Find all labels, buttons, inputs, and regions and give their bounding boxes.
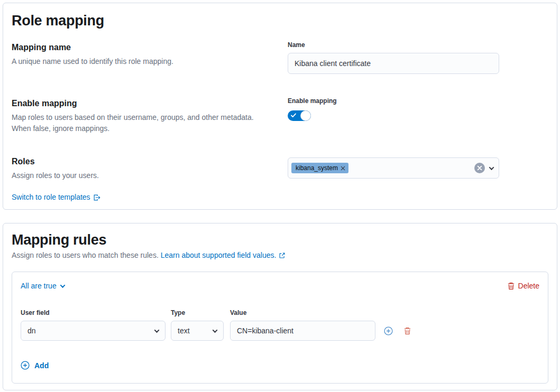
rule-row: User field dn Type text Value [21,309,539,341]
roles-combobox-controls [474,163,493,173]
mapping-name-row: Mapping name A unique name used to ident… [12,41,548,74]
user-field-label: User field [21,309,166,317]
value-field-label: Value [230,309,375,317]
external-link-icon [279,252,286,259]
condition-label: All are true [21,282,57,290]
condition-dropdown[interactable]: All are true [21,282,65,290]
value-input[interactable] [230,321,375,341]
plus-in-circle-icon [21,361,30,370]
rule-group-box: All are true Delete User field dn [12,272,548,384]
delete-group-label: Delete [518,282,539,290]
user-field-block: User field dn [21,309,166,341]
type-select[interactable]: text [171,321,224,341]
delete-group-button[interactable]: Delete [507,282,539,290]
rule-group-header: All are true Delete [21,279,539,292]
check-icon [291,113,296,118]
add-rule-label: Add [34,361,49,370]
enable-mapping-description-col: Enable mapping Map roles to users based … [12,97,288,134]
enable-mapping-row: Enable mapping Map roles to users based … [12,97,548,134]
role-mapping-title: Role mapping [12,12,548,30]
user-field-value: dn [27,326,36,335]
switch-link-label: Switch to role templates [12,192,90,203]
learn-field-values-link[interactable]: Learn about supported field values. [161,250,286,261]
user-field-select[interactable]: dn [21,321,166,341]
enable-mapping-toggle-label: Enable mapping [288,97,499,105]
input-output-icon [93,194,100,201]
enable-mapping-toggle[interactable] [288,110,311,121]
roles-description-col: Roles Assign roles to your users. [12,155,288,181]
trash-icon [403,327,411,335]
trash-icon [507,282,515,290]
role-badge-label: kibana_system [296,163,338,173]
role-mapping-panel: Role mapping Mapping name A unique name … [3,3,557,210]
plus-in-circle-icon [384,326,393,335]
mapping-name-description: A unique name used to identify this role… [12,56,267,67]
type-field-block: Type text [171,309,224,341]
chevron-down-icon [60,283,65,288]
switch-link-row: Switch to role templates [12,192,548,203]
delete-rule-button[interactable] [402,325,412,336]
enable-mapping-description: Map roles to users based on their userna… [12,112,267,134]
clear-selection-icon[interactable] [474,163,485,173]
chevron-down-icon [154,328,160,333]
enable-mapping-heading: Enable mapping [12,97,267,110]
learn-link-label: Learn about supported field values. [161,250,277,261]
mapping-name-field-col: Name [288,41,499,74]
roles-combobox[interactable]: kibana_system [288,157,499,179]
name-field-label: Name [288,41,499,49]
role-badge[interactable]: kibana_system [291,163,348,173]
add-row: Add [21,361,539,372]
enable-mapping-field-col: Enable mapping [288,97,499,134]
roles-heading: Roles [12,155,267,168]
badge-remove-icon[interactable] [341,166,345,171]
rule-row-actions [383,321,412,341]
mapping-rules-panel: Mapping rules Assign roles to users who … [3,223,557,390]
roles-field-col: kibana_system [288,155,499,181]
type-value: text [178,326,190,335]
name-input[interactable] [288,53,499,74]
add-rule-inline-button[interactable] [383,325,393,336]
roles-description: Assign roles to your users. [12,170,267,181]
switch-to-role-templates-link[interactable]: Switch to role templates [12,192,100,203]
mapping-rules-title: Mapping rules [12,231,548,249]
add-rule-button[interactable]: Add [21,361,49,370]
chevron-down-icon[interactable] [489,165,494,170]
mapping-name-description-col: Mapping name A unique name used to ident… [12,41,288,74]
mapping-rules-description: Assign roles to users who match these ru… [12,250,548,261]
mapping-name-heading: Mapping name [12,41,267,54]
mapping-rules-description-text: Assign roles to users who match these ru… [12,251,159,259]
roles-row: Roles Assign roles to your users. kibana… [12,155,548,181]
type-field-label: Type [171,309,224,317]
value-field-block: Value [230,309,375,341]
toggle-knob [301,111,310,120]
chevron-down-icon [213,328,218,333]
